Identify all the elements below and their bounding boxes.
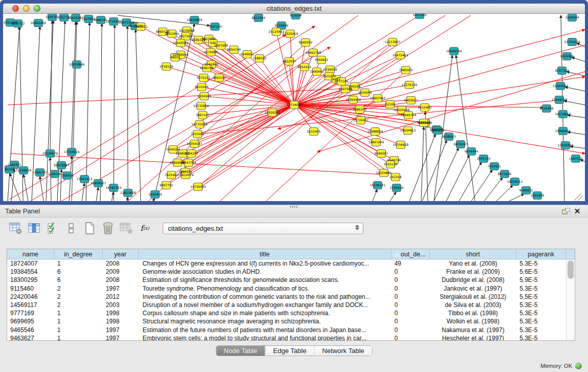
table-cell[interactable]: 0 <box>391 309 430 317</box>
float-panel-icon[interactable] <box>560 207 572 216</box>
table-cell[interactable]: Estimation of significance thresholds fo… <box>139 276 391 284</box>
table-cell[interactable]: Hescheler et al. (1997) <box>430 334 517 340</box>
network-canvas[interactable]: 2051318903571220891406165030118127301055… <box>3 14 585 201</box>
table-cell[interactable]: 49 <box>391 259 430 268</box>
table-row[interactable]: 977716911998Corpus callosum shape and si… <box>7 309 566 317</box>
table-cell[interactable]: Jankovic et al. (1997) <box>430 285 517 293</box>
table-cell[interactable]: 1 <box>54 309 103 317</box>
table-cell[interactable]: Structural magnetic resonance image aver… <box>139 317 391 325</box>
table-cell[interactable]: 1997 <box>103 334 139 340</box>
table-cell[interactable]: 2008 <box>103 276 139 284</box>
table-cell[interactable]: Wolkin et al. (1998) <box>430 317 517 325</box>
tab-node-table[interactable]: Node Table <box>216 346 266 356</box>
table-cell[interactable]: 5.6E-5 <box>516 268 566 276</box>
table-row[interactable]: 946554611997Estimation of the future num… <box>7 326 566 334</box>
new-file-icon[interactable] <box>82 221 97 236</box>
table-cell[interactable]: 0 <box>391 293 430 301</box>
column-header-pagerank[interactable]: pagerank <box>516 249 566 259</box>
table-cell[interactable]: 1997 <box>103 285 139 293</box>
table-cell[interactable]: 9115460 <box>7 285 54 293</box>
table-cell[interactable]: Genome-wide association studies in ADHD. <box>139 268 391 276</box>
table-cell[interactable]: 9699695 <box>7 317 54 325</box>
table-cell[interactable]: 1998 <box>103 309 139 317</box>
table-cell[interactable]: Franke et al. (2009) <box>430 268 517 276</box>
table-cell[interactable]: 5.3E-5 <box>516 326 566 334</box>
table-cell[interactable]: Corpus callosum shape and size in male p… <box>139 309 391 317</box>
table-cell[interactable]: 0 <box>391 301 430 309</box>
table-row[interactable]: 1830029562008Estimation of significance … <box>7 276 566 284</box>
row-select-icon[interactable] <box>45 221 60 236</box>
table-cell[interactable]: Changes of HCN gene expression and I(f) … <box>139 259 391 268</box>
table-cell[interactable]: Tibbo et al. (1998) <box>430 309 517 317</box>
table-cell[interactable]: 5.5E-5 <box>516 293 566 301</box>
table-cell[interactable]: 2012 <box>103 293 139 301</box>
network-graph[interactable]: 2051318903571220891406165030118127301055… <box>3 14 585 201</box>
table-scrollbar[interactable] <box>566 259 575 340</box>
table-cell[interactable]: 5.3E-5 <box>516 301 566 309</box>
column-header-title[interactable]: title <box>139 249 391 259</box>
table-row[interactable]: 2242004622012Investigating the contribut… <box>7 293 566 301</box>
table-cell[interactable]: Investigating the contribution of common… <box>139 293 391 301</box>
table-cell[interactable]: Dudbridge et al. (2008) <box>430 276 517 284</box>
table-settings-icon[interactable] <box>8 221 24 236</box>
table-cell[interactable]: 9465546 <box>7 326 54 334</box>
table-cell[interactable]: 1 <box>54 326 103 334</box>
table-cell[interactable]: Nakamura et al. (1997) <box>430 326 517 334</box>
table-cell[interactable]: Yano et al. (2008) <box>430 259 517 268</box>
panel-resize-grip[interactable] <box>290 206 298 208</box>
table-cell[interactable]: 0 <box>391 285 430 293</box>
column-header-out_de[interactable]: △out_de... <box>391 249 430 259</box>
table-cell[interactable]: de Silva et al. (2003) <box>430 301 517 309</box>
table-cell[interactable]: 2 <box>54 301 103 309</box>
column-header-year[interactable]: year <box>103 249 139 259</box>
table-cell[interactable]: 18300295 <box>7 276 54 284</box>
table-row[interactable]: 969969511998Structural magnetic resonanc… <box>7 317 566 325</box>
table-cell[interactable]: Embryonic stem cells: a model to study s… <box>139 334 391 340</box>
table-cell[interactable]: 9463627 <box>7 334 54 340</box>
window-titlebar[interactable]: citations_edges.txt <box>3 4 585 14</box>
table-cell[interactable]: 0 <box>391 276 430 284</box>
delete-trash-icon[interactable] <box>100 221 116 236</box>
table-cell[interactable]: 0 <box>391 268 430 276</box>
table-cell[interactable]: 19384554 <box>7 268 54 276</box>
close-panel-icon[interactable]: ✕ <box>572 207 583 216</box>
table-cell[interactable]: Estimation of the future numbers of pati… <box>139 326 391 334</box>
column-header-name[interactable]: name <box>7 249 54 259</box>
table-cell[interactable]: 1 <box>54 259 103 268</box>
table-cell[interactable]: 2009 <box>103 268 139 276</box>
column-header-in_degree[interactable]: in_degree <box>54 249 103 259</box>
column-header-short[interactable]: short <box>430 249 517 259</box>
table-cell[interactable]: 14569117 <box>7 301 54 309</box>
table-cell[interactable]: 2008 <box>103 259 139 268</box>
table-row[interactable]: 911546021997Tourette syndrome. Phenomeno… <box>7 285 566 293</box>
tab-edge-table[interactable]: Edge Table <box>266 346 315 356</box>
cells-icon[interactable] <box>63 221 79 236</box>
table-cell[interactable]: Tourette syndrome. Phenomenology and cla… <box>139 285 391 293</box>
table-row[interactable]: 946362711997Embryonic stem cells: a mode… <box>7 334 566 340</box>
table-select-dropdown[interactable]: citations_edges.txt <box>163 223 363 234</box>
table-cell[interactable]: 1997 <box>103 326 139 334</box>
table-cell[interactable]: 5.3E-5 <box>516 309 566 317</box>
table-cell[interactable]: 6 <box>54 268 103 276</box>
column-select-icon[interactable] <box>27 221 42 236</box>
table-cell[interactable]: 18724007 <box>7 259 54 268</box>
table-cell[interactable]: 5.3E-5 <box>516 259 566 268</box>
table-cell[interactable]: 6 <box>54 276 103 284</box>
table-cell[interactable]: 1998 <box>103 317 139 325</box>
table-cell[interactable]: 0 <box>391 326 430 334</box>
memory-status-icon[interactable] <box>575 363 582 369</box>
table-cell[interactable]: 5.3E-5 <box>516 317 566 325</box>
tab-network-table[interactable]: Network Table <box>315 346 372 356</box>
table-cell[interactable]: 0 <box>391 317 430 325</box>
table-cell[interactable]: 5.9E-5 <box>516 276 566 284</box>
table-cell[interactable]: Disruption of a novel member of a sodium… <box>139 301 391 309</box>
table-cell[interactable]: 1 <box>54 334 103 340</box>
table-cell[interactable]: 2 <box>54 293 103 301</box>
table-cell[interactable]: 0 <box>391 334 430 340</box>
table-row[interactable]: 1938455462009Genome-wide association stu… <box>7 268 566 276</box>
table-cell[interactable]: 22420046 <box>7 293 54 301</box>
function-builder-icon[interactable]: f(x) <box>137 221 153 236</box>
table-row[interactable]: 1456911722003Disruption of a novel membe… <box>7 301 566 309</box>
table-cell[interactable]: 2003 <box>103 301 139 309</box>
table-cell[interactable]: 5.3E-5 <box>516 334 566 340</box>
